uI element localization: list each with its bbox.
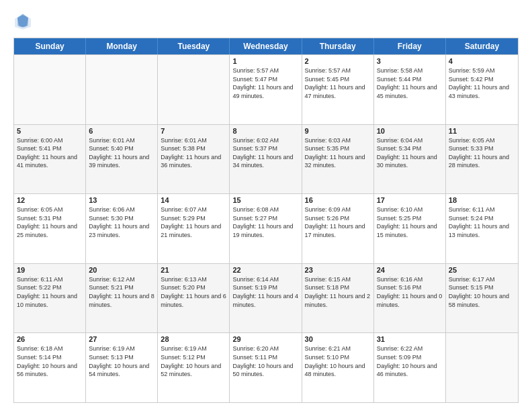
cal-cell-4-4: 30Sunrise: 6:21 AM Sunset: 5:10 PM Dayli…: [302, 333, 374, 402]
day-number: 19: [17, 266, 83, 274]
weekday-header-friday: Friday: [374, 38, 446, 54]
calendar: SundayMondayTuesdayWednesdayThursdayFrid…: [13, 38, 519, 403]
cal-cell-0-3: 1Sunrise: 5:57 AM Sunset: 5:47 PM Daylig…: [230, 55, 302, 124]
day-number: 21: [161, 266, 226, 274]
cell-info: Sunrise: 5:57 AM Sunset: 5:45 PM Dayligh…: [305, 66, 371, 100]
cal-cell-4-3: 29Sunrise: 6:20 AM Sunset: 5:11 PM Dayli…: [230, 333, 302, 402]
cal-cell-4-2: 28Sunrise: 6:19 AM Sunset: 5:12 PM Dayli…: [158, 333, 230, 402]
cal-cell-1-0: 5Sunrise: 6:00 AM Sunset: 5:41 PM Daylig…: [14, 125, 86, 194]
cal-cell-3-4: 23Sunrise: 6:15 AM Sunset: 5:18 PM Dayli…: [302, 264, 374, 333]
day-number: 7: [161, 127, 226, 135]
cell-info: Sunrise: 6:05 AM Sunset: 5:31 PM Dayligh…: [17, 205, 83, 239]
cell-info: Sunrise: 6:14 AM Sunset: 5:19 PM Dayligh…: [232, 275, 298, 309]
cal-cell-2-0: 12Sunrise: 6:05 AM Sunset: 5:31 PM Dayli…: [14, 194, 86, 263]
cal-cell-3-2: 21Sunrise: 6:13 AM Sunset: 5:20 PM Dayli…: [158, 264, 230, 333]
calendar-row-0: 1Sunrise: 5:57 AM Sunset: 5:47 PM Daylig…: [14, 54, 518, 124]
cal-cell-4-0: 26Sunrise: 6:18 AM Sunset: 5:14 PM Dayli…: [14, 333, 86, 402]
cal-cell-3-5: 24Sunrise: 6:16 AM Sunset: 5:16 PM Dayli…: [374, 264, 446, 333]
cal-cell-2-4: 16Sunrise: 6:09 AM Sunset: 5:26 PM Dayli…: [302, 194, 374, 263]
cell-info: Sunrise: 6:17 AM Sunset: 5:15 PM Dayligh…: [449, 275, 515, 309]
day-number: 4: [449, 57, 515, 65]
calendar-body: 1Sunrise: 5:57 AM Sunset: 5:47 PM Daylig…: [14, 54, 518, 402]
calendar-row-1: 5Sunrise: 6:00 AM Sunset: 5:41 PM Daylig…: [14, 124, 518, 194]
day-number: 5: [17, 127, 83, 135]
cell-info: Sunrise: 6:06 AM Sunset: 5:30 PM Dayligh…: [89, 205, 154, 239]
cell-info: Sunrise: 6:22 AM Sunset: 5:09 PM Dayligh…: [377, 345, 443, 378]
cal-cell-3-1: 20Sunrise: 6:12 AM Sunset: 5:21 PM Dayli…: [86, 264, 158, 333]
calendar-header: SundayMondayTuesdayWednesdayThursdayFrid…: [14, 38, 518, 54]
logo: [13, 12, 35, 31]
weekday-header-sunday: Sunday: [14, 38, 86, 54]
day-number: 18: [449, 196, 515, 204]
weekday-header-thursday: Thursday: [302, 38, 374, 54]
cell-info: Sunrise: 6:12 AM Sunset: 5:21 PM Dayligh…: [89, 275, 154, 309]
weekday-header-wednesday: Wednesday: [230, 38, 302, 54]
cell-info: Sunrise: 6:05 AM Sunset: 5:33 PM Dayligh…: [449, 136, 515, 170]
day-number: 9: [305, 127, 371, 135]
day-number: 10: [377, 127, 443, 135]
page: SundayMondayTuesdayWednesdayThursdayFrid…: [0, 0, 532, 411]
day-number: 30: [305, 335, 371, 343]
cell-info: Sunrise: 6:01 AM Sunset: 5:40 PM Dayligh…: [89, 136, 154, 170]
cell-info: Sunrise: 6:00 AM Sunset: 5:41 PM Dayligh…: [17, 136, 83, 170]
cell-info: Sunrise: 5:59 AM Sunset: 5:42 PM Dayligh…: [449, 66, 515, 100]
day-number: 13: [89, 196, 154, 204]
cal-cell-2-3: 15Sunrise: 6:08 AM Sunset: 5:27 PM Dayli…: [230, 194, 302, 263]
day-number: 11: [449, 127, 515, 135]
cell-info: Sunrise: 6:04 AM Sunset: 5:34 PM Dayligh…: [377, 136, 443, 170]
cell-info: Sunrise: 6:11 AM Sunset: 5:24 PM Dayligh…: [449, 205, 515, 239]
day-number: 29: [232, 335, 298, 343]
calendar-row-4: 26Sunrise: 6:18 AM Sunset: 5:14 PM Dayli…: [14, 332, 518, 402]
cal-cell-3-6: 25Sunrise: 6:17 AM Sunset: 5:15 PM Dayli…: [446, 264, 518, 333]
cell-info: Sunrise: 6:09 AM Sunset: 5:26 PM Dayligh…: [305, 205, 371, 239]
day-number: 22: [232, 266, 298, 274]
day-number: 25: [449, 266, 515, 274]
weekday-header-tuesday: Tuesday: [158, 38, 230, 54]
cal-cell-0-0: [14, 55, 86, 124]
cal-cell-4-1: 27Sunrise: 6:19 AM Sunset: 5:13 PM Dayli…: [86, 333, 158, 402]
cell-info: Sunrise: 6:10 AM Sunset: 5:25 PM Dayligh…: [377, 205, 443, 239]
cell-info: Sunrise: 6:01 AM Sunset: 5:38 PM Dayligh…: [161, 136, 226, 170]
day-number: 23: [305, 266, 371, 274]
cell-info: Sunrise: 6:11 AM Sunset: 5:22 PM Dayligh…: [17, 275, 83, 309]
cell-info: Sunrise: 6:18 AM Sunset: 5:14 PM Dayligh…: [17, 345, 83, 378]
cal-cell-0-6: 4Sunrise: 5:59 AM Sunset: 5:42 PM Daylig…: [446, 55, 518, 124]
cal-cell-2-1: 13Sunrise: 6:06 AM Sunset: 5:30 PM Dayli…: [86, 194, 158, 263]
day-number: 24: [377, 266, 443, 274]
cal-cell-0-1: [86, 55, 158, 124]
day-number: 8: [232, 127, 298, 135]
day-number: 2: [305, 57, 371, 65]
cell-info: Sunrise: 6:19 AM Sunset: 5:13 PM Dayligh…: [89, 345, 154, 378]
weekday-header-monday: Monday: [86, 38, 158, 54]
cell-info: Sunrise: 6:08 AM Sunset: 5:27 PM Dayligh…: [232, 205, 298, 239]
day-number: 31: [377, 335, 443, 343]
calendar-row-3: 19Sunrise: 6:11 AM Sunset: 5:22 PM Dayli…: [14, 263, 518, 333]
header: [13, 12, 519, 31]
cal-cell-0-2: [158, 55, 230, 124]
cal-cell-1-2: 7Sunrise: 6:01 AM Sunset: 5:38 PM Daylig…: [158, 125, 230, 194]
day-number: 12: [17, 196, 83, 204]
calendar-row-2: 12Sunrise: 6:05 AM Sunset: 5:31 PM Dayli…: [14, 193, 518, 263]
day-number: 27: [89, 335, 154, 343]
cell-info: Sunrise: 6:20 AM Sunset: 5:11 PM Dayligh…: [232, 345, 298, 378]
day-number: 16: [305, 196, 371, 204]
cell-info: Sunrise: 6:16 AM Sunset: 5:16 PM Dayligh…: [377, 275, 443, 309]
day-number: 28: [161, 335, 226, 343]
day-number: 20: [89, 266, 154, 274]
day-number: 1: [232, 57, 298, 65]
cell-info: Sunrise: 6:13 AM Sunset: 5:20 PM Dayligh…: [161, 275, 226, 309]
day-number: 3: [377, 57, 443, 65]
cal-cell-0-4: 2Sunrise: 5:57 AM Sunset: 5:45 PM Daylig…: [302, 55, 374, 124]
day-number: 6: [89, 127, 154, 135]
cal-cell-1-5: 10Sunrise: 6:04 AM Sunset: 5:34 PM Dayli…: [374, 125, 446, 194]
cal-cell-2-2: 14Sunrise: 6:07 AM Sunset: 5:29 PM Dayli…: [158, 194, 230, 263]
cell-info: Sunrise: 6:03 AM Sunset: 5:35 PM Dayligh…: [305, 136, 371, 170]
cal-cell-1-4: 9Sunrise: 6:03 AM Sunset: 5:35 PM Daylig…: [302, 125, 374, 194]
cal-cell-2-5: 17Sunrise: 6:10 AM Sunset: 5:25 PM Dayli…: [374, 194, 446, 263]
cal-cell-4-5: 31Sunrise: 6:22 AM Sunset: 5:09 PM Dayli…: [374, 333, 446, 402]
cell-info: Sunrise: 6:19 AM Sunset: 5:12 PM Dayligh…: [161, 345, 226, 378]
logo-icon: [13, 12, 32, 31]
cal-cell-0-5: 3Sunrise: 5:58 AM Sunset: 5:44 PM Daylig…: [374, 55, 446, 124]
cal-cell-1-6: 11Sunrise: 6:05 AM Sunset: 5:33 PM Dayli…: [446, 125, 518, 194]
cal-cell-1-1: 6Sunrise: 6:01 AM Sunset: 5:40 PM Daylig…: [86, 125, 158, 194]
